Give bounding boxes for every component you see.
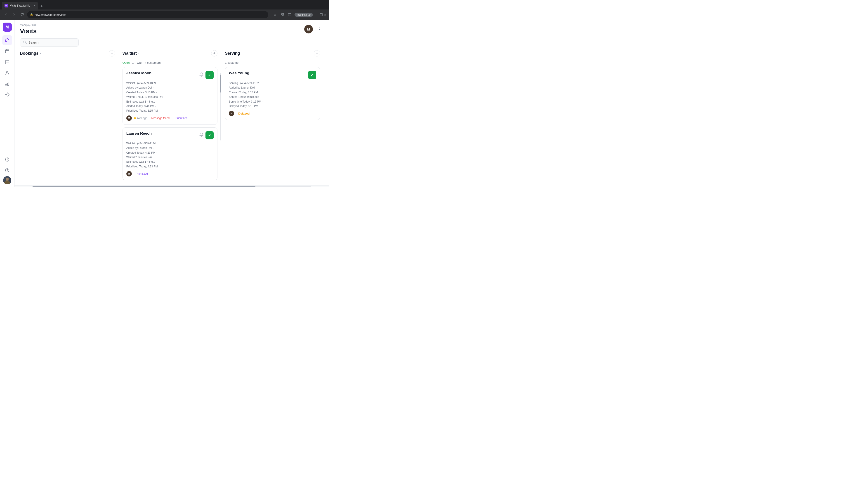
jessica-card-footer: M 44m ago Message failed Prioritized [126, 116, 214, 121]
search-bar [14, 37, 329, 48]
bookings-chevron-icon: › [40, 52, 41, 55]
title-group: Moodjoy7434 Visits [20, 24, 37, 35]
svg-point-17 [7, 160, 7, 160]
wee-card-actions: ✓ [308, 71, 316, 79]
close-button[interactable]: ✕ [324, 13, 327, 17]
waitlist-count: · 1m wait · 4 customers [130, 61, 161, 64]
lock-icon: 🔒 [30, 13, 33, 16]
extensions-button[interactable] [279, 11, 285, 18]
svg-point-19 [7, 171, 7, 171]
wee-check-button[interactable]: ✓ [308, 71, 316, 79]
jessica-card-name: Jessica Moon [126, 71, 152, 75]
serving-column-title[interactable]: Serving › [225, 51, 242, 56]
tab-title: Visits | Waitwhile [10, 4, 30, 7]
waitlist-scrollbar[interactable] [220, 73, 221, 140]
search-input[interactable] [29, 41, 75, 44]
more-options-button[interactable]: ⋮ [315, 25, 324, 33]
serving-add-button[interactable]: + [314, 50, 320, 57]
app-subtitle: Moodjoy7434 [20, 24, 37, 27]
svg-point-14 [6, 94, 8, 95]
jessica-time-dot [134, 117, 136, 119]
jessica-card-details: Waitlist · (484) 569-1899 · Added by Lau… [126, 81, 214, 113]
star-button[interactable]: ☆ [272, 11, 278, 18]
sidebar-item-users[interactable] [2, 68, 12, 78]
tab-close-button[interactable]: × [33, 4, 35, 7]
waitlist-chevron-icon: › [138, 52, 139, 55]
waitlist-list: Jessica Moon ✓ Waitlist · (484) 569-1899… [123, 67, 218, 182]
bookings-column-title[interactable]: Bookings › [20, 51, 41, 56]
lauren-bell-button[interactable] [199, 132, 204, 138]
sidebar-item-calendar[interactable] [2, 46, 12, 56]
bookings-column: Bookings › + [20, 50, 119, 182]
browser-nav: 🔒 new.waitwhile.com/visits ☆ Incognito (… [0, 9, 329, 20]
restore-button[interactable]: ❐ [320, 13, 323, 17]
svg-point-10 [6, 71, 8, 73]
jessica-time-ago: 44m ago [134, 117, 147, 120]
horizontal-scrollbar[interactable] [14, 185, 329, 187]
svg-rect-4 [288, 13, 291, 16]
tab-favicon: W [4, 4, 8, 7]
forward-button[interactable] [11, 11, 17, 18]
lauren-prioritized-tag: Prioritized [134, 172, 150, 176]
url-text: new.waitwhile.com/visits [35, 13, 66, 17]
scrollbar-track [33, 186, 311, 187]
sidebar-item-home[interactable] [2, 35, 12, 45]
serving-chevron-icon: › [241, 52, 242, 55]
wee-young-card[interactable]: Wee Young ✓ Serving · (484) 569-1182 Add… [225, 67, 320, 120]
svg-rect-0 [281, 13, 282, 14]
kanban-board: Bookings › + Waitlist › + [14, 48, 329, 185]
new-tab-button[interactable]: + [38, 3, 45, 9]
lauren-reech-card[interactable]: Lauren Reech ✓ Waitlist · (484) 569-1184… [123, 127, 218, 180]
search-icon [23, 40, 27, 44]
wee-card-footer: M Delayed [229, 111, 316, 116]
sidebar: M [0, 20, 14, 187]
sidebar-item-settings[interactable] [2, 90, 12, 99]
svg-rect-2 [281, 15, 282, 16]
user-avatar-sidebar[interactable] [3, 176, 11, 184]
browser-chrome: W Visits | Waitwhile × + 🔒 new.waitwhile… [0, 0, 329, 20]
waitlist-meta: Open · 1m wait · 4 customers [123, 61, 218, 64]
back-button[interactable] [3, 11, 9, 18]
waitlist-add-button[interactable]: + [211, 50, 217, 57]
filter-button[interactable] [81, 40, 86, 45]
lauren-card-avatar: M [126, 171, 132, 176]
jessica-prioritized-tag: Prioritized [174, 116, 189, 120]
bookings-add-button[interactable]: + [109, 50, 115, 57]
address-bar[interactable]: 🔒 new.waitwhile.com/visits [27, 11, 268, 18]
wee-delayed-tag: Delayed [237, 111, 251, 116]
app-logo[interactable]: M [3, 23, 12, 32]
sidebar-item-help[interactable] [2, 165, 12, 175]
jessica-bell-button[interactable] [199, 72, 204, 78]
serving-count: 1 customer [225, 61, 320, 64]
waitlist-column: Waitlist › + Open · 1m wait · 4 customer… [119, 50, 221, 182]
serving-list: Wee Young ✓ Serving · (484) 569-1182 Add… [225, 67, 320, 182]
waitlist-status-badge: Open [123, 61, 130, 64]
active-tab[interactable]: W Visits | Waitwhile × [2, 2, 38, 9]
waitlist-column-title[interactable]: Waitlist › [123, 51, 139, 56]
wee-card-name: Wee Young [229, 71, 249, 75]
reload-button[interactable] [19, 11, 25, 18]
sidebar-item-flash[interactable] [2, 155, 12, 164]
wee-card-avatar: M [229, 111, 234, 116]
bookings-list [20, 61, 115, 182]
sidebar-item-analytics[interactable] [2, 78, 12, 89]
jessica-moon-card[interactable]: Jessica Moon ✓ Waitlist · (484) 569-1899… [123, 67, 218, 125]
sidebar-toggle-button[interactable] [286, 11, 293, 18]
svg-rect-3 [283, 15, 284, 16]
header-actions: M ⋮ [304, 25, 324, 33]
lauren-check-button[interactable]: ✓ [206, 131, 214, 139]
minimize-button[interactable]: ─ [317, 13, 319, 17]
svg-point-21 [4, 181, 10, 184]
scrollbar-thumb [33, 186, 255, 187]
sidebar-bottom [2, 155, 12, 184]
user-avatar-header[interactable]: M [304, 25, 313, 33]
sidebar-item-chat[interactable] [2, 57, 12, 67]
main-content: Moodjoy7434 Visits M ⋮ [14, 20, 329, 187]
jessica-check-button[interactable]: ✓ [206, 71, 214, 79]
search-input-wrapper[interactable] [20, 38, 79, 46]
page-title: Visits [20, 28, 37, 35]
svg-rect-1 [283, 13, 284, 14]
lauren-card-top: Lauren Reech ✓ [126, 131, 214, 139]
jessica-failed-tag: Message failed [149, 116, 171, 120]
svg-point-22 [6, 177, 8, 180]
